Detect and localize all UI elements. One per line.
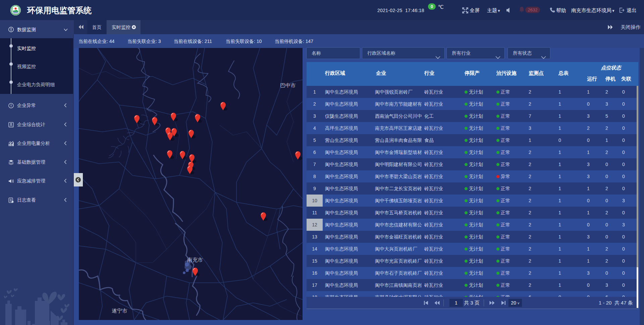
svg-text:巴中市: 巴中市 xyxy=(280,83,296,88)
svg-text:遂宁市: 遂宁市 xyxy=(112,308,127,314)
svg-text:环保监管: 环保监管 xyxy=(13,13,18,15)
svg-text:南充市: 南充市 xyxy=(187,257,203,263)
